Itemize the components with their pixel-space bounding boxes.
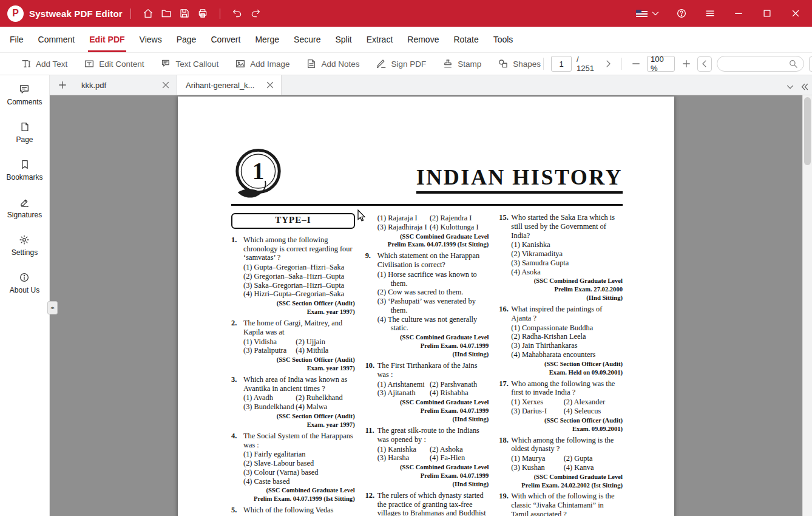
- sidebar-item-label: Comments: [7, 98, 42, 106]
- find-previous-button[interactable]: [697, 56, 712, 72]
- source-citation: (SSC Section Officer (Audit)Exam. 09.09.…: [499, 416, 623, 433]
- print-button[interactable]: [194, 4, 212, 22]
- tab-label: kkk.pdf: [81, 81, 106, 90]
- search-icon[interactable]: [788, 58, 799, 69]
- tab-arihant-general-k[interactable]: Arihant-general_k...: [177, 75, 282, 95]
- question-text: Which statement on the Harappan Civilisa…: [377, 251, 489, 270]
- chevrons-left-icon: [799, 81, 810, 92]
- sidebar-item-about-us[interactable]: About Us: [10, 272, 39, 294]
- pdf-page[interactable]: 1 INDIAN HISTORY TYPE–I: [178, 97, 674, 516]
- vertical-scrollbar[interactable]: [802, 95, 812, 516]
- maximize-button[interactable]: [759, 5, 775, 21]
- menu-item-merge[interactable]: Merge: [248, 27, 286, 52]
- minimize-icon: [733, 8, 744, 19]
- tab-list-button[interactable]: [785, 81, 796, 92]
- zoom-out-button[interactable]: [629, 57, 642, 70]
- tab-label: Arihant-general_k...: [186, 81, 254, 90]
- close-button[interactable]: [788, 5, 804, 21]
- tool-stamp[interactable]: Stamp: [442, 58, 481, 69]
- zoom-in-button[interactable]: [680, 57, 692, 70]
- option-item: (4) The culture was not generally static…: [377, 315, 489, 333]
- help-button[interactable]: [674, 5, 689, 21]
- tool-shapes[interactable]: Shapes: [498, 58, 541, 69]
- undo-button[interactable]: [228, 4, 246, 22]
- source-citation: (SSC Combined Graduate LevelPrelim Exam.…: [365, 233, 489, 250]
- tab-kkk-pdf[interactable]: kkk.pdf: [73, 75, 177, 95]
- options-list: (1) Horse sacrifice was known to them.(2…: [365, 270, 489, 333]
- menu-item-remove[interactable]: Remove: [400, 27, 446, 52]
- minimize-button[interactable]: [731, 5, 746, 21]
- search-input[interactable]: [723, 59, 788, 68]
- menu-item-file[interactable]: File: [2, 27, 31, 52]
- collapse-panel-button[interactable]: [799, 81, 810, 92]
- main-menu-button[interactable]: [702, 5, 718, 21]
- option-item: (3) Jain Thirthankaras: [511, 341, 623, 350]
- menu-item-comment[interactable]: Comment: [31, 27, 83, 52]
- tab-close-icon[interactable]: [160, 80, 171, 90]
- menu-item-tools[interactable]: Tools: [486, 27, 521, 52]
- redo-button[interactable]: [246, 4, 265, 22]
- sidebar-item-page[interactable]: Page: [16, 121, 33, 144]
- menu-item-page[interactable]: Page: [169, 27, 204, 52]
- zoom-level[interactable]: 100 %: [647, 56, 675, 72]
- sidebar-splitter[interactable]: [47, 301, 58, 314]
- sidebar-item-signatures[interactable]: Signatures: [7, 197, 42, 219]
- toolbar-tools: Add TextEdit ContentText CalloutAdd Imag…: [21, 58, 541, 69]
- tool-label: Shapes: [513, 59, 541, 69]
- menu-item-secure[interactable]: Secure: [286, 27, 328, 52]
- source-citation: (SSC Section Officer (Audit)Exam. Held o…: [499, 360, 623, 377]
- tool-edit-content[interactable]: Edit Content: [84, 58, 144, 69]
- tool-label: Stamp: [458, 59, 481, 69]
- tool-sign-pdf[interactable]: Sign PDF: [376, 58, 426, 69]
- option-item: (1) Arishtanemi: [377, 380, 430, 389]
- language-selector[interactable]: [636, 8, 661, 19]
- menu-item-convert[interactable]: Convert: [203, 27, 248, 52]
- tool-add-image[interactable]: Add Image: [235, 58, 289, 69]
- tabs: kkk.pdfArihant-general_k...: [73, 75, 282, 95]
- question-number: 15.: [499, 213, 511, 240]
- pdf-viewer: 1 INDIAN HISTORY TYPE–I: [50, 95, 812, 516]
- tool-label: Text Callout: [176, 59, 219, 69]
- app-logo: P: [7, 5, 24, 22]
- sidebar-item-settings[interactable]: Settings: [12, 234, 38, 257]
- menu-item-split[interactable]: Split: [328, 27, 359, 52]
- add-tab-button[interactable]: [55, 77, 70, 93]
- question-text: Who among the following was the first to…: [511, 379, 623, 398]
- tool-label: Add Image: [250, 59, 289, 69]
- tab-close-icon[interactable]: [265, 80, 276, 90]
- open-file-button[interactable]: [157, 4, 175, 22]
- option-item: (1) Rajaraja I: [377, 214, 430, 223]
- option-item: (2) Radha-Krishan Leela: [511, 332, 623, 341]
- option-item: (4) Rishabha: [430, 389, 489, 398]
- menu-item-extract[interactable]: Extract: [359, 27, 401, 52]
- find-next-button[interactable]: [809, 56, 812, 72]
- tool-add-text[interactable]: Add Text: [21, 58, 67, 69]
- chevron-right-icon: [603, 58, 614, 69]
- option-item: (2) Gregorian–Saka–Hizri–Gupta: [243, 272, 355, 281]
- menu-item-rotate[interactable]: Rotate: [446, 27, 486, 52]
- save-button[interactable]: [175, 4, 194, 22]
- question-item: 18.Which among the following is the olde…: [499, 436, 623, 490]
- sidebar-item-label: Settings: [12, 248, 38, 257]
- tool-text-callout[interactable]: Text Callout: [161, 58, 219, 69]
- text-column-1: TYPE–I 1.Which among the following chron…: [231, 213, 355, 516]
- option-item: (3) Darius-I: [511, 407, 563, 416]
- question-item: (1) Rajaraja I(2) Rajendra I(3) Rajadhir…: [365, 214, 489, 249]
- menu-item-views[interactable]: Views: [132, 27, 169, 52]
- save-icon: [179, 8, 190, 19]
- menu-item-edit-pdf[interactable]: Edit PDF: [82, 27, 132, 52]
- tool-add-notes[interactable]: Add Notes: [306, 58, 359, 69]
- page-scroll-area[interactable]: 1 INDIAN HISTORY TYPE–I: [50, 95, 802, 516]
- search-box[interactable]: [717, 56, 804, 72]
- home-button[interactable]: [139, 4, 157, 22]
- option-item: (1) Kanishka: [511, 240, 623, 250]
- page-number-input[interactable]: [551, 56, 572, 72]
- titlebar: P Systweak PDF Editor: [0, 0, 812, 27]
- question-item: 3.Which area of India was known as Avant…: [231, 375, 355, 429]
- sidebar-item-comments[interactable]: Comments: [7, 84, 42, 106]
- next-page-button[interactable]: [602, 57, 615, 70]
- question-text: Who started the Saka Era which is still …: [511, 213, 623, 240]
- signatures-icon: [19, 197, 30, 208]
- scrollbar-thumb[interactable]: [804, 97, 811, 165]
- sidebar-item-bookmarks[interactable]: Bookmarks: [6, 159, 42, 182]
